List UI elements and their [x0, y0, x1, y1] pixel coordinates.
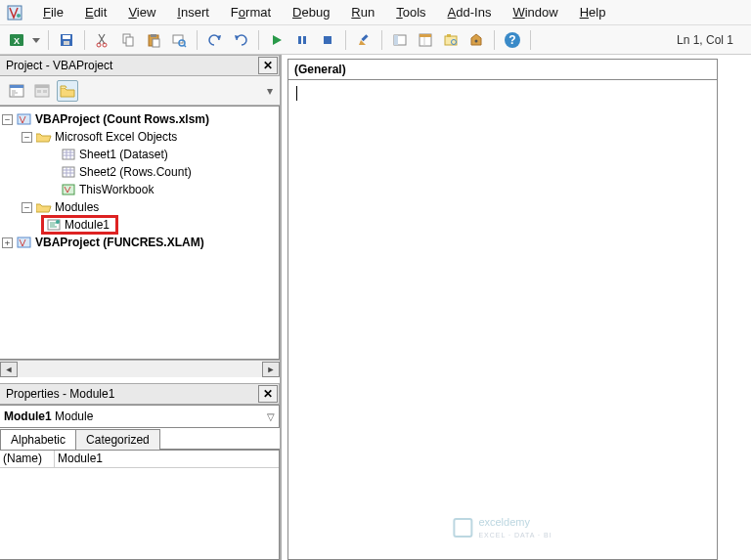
project-pane-title-text: Project - VBAProject [6, 59, 112, 72]
view-object-icon[interactable] [31, 80, 53, 102]
properties-pane-title: Properties - Module1 ✕ [0, 383, 280, 405]
svg-point-27 [475, 39, 478, 42]
svg-rect-13 [153, 39, 159, 47]
svg-rect-6 [64, 41, 69, 45]
view-excel-icon[interactable]: X [6, 29, 27, 51]
code-object-bar: (General) [287, 59, 718, 80]
menu-tools[interactable]: Tools [386, 3, 435, 22]
toolbar-separator [345, 30, 346, 50]
scroll-track[interactable] [18, 362, 262, 377]
svg-rect-19 [361, 34, 368, 41]
view-code-icon[interactable] [6, 80, 27, 102]
code-editor[interactable]: exceldemy EXCEL · DATA · BI [287, 80, 718, 560]
menu-view[interactable]: View [118, 3, 165, 22]
tree-horizontal-scrollbar[interactable]: ◄ ► [0, 360, 280, 377]
design-mode-icon[interactable] [353, 29, 375, 51]
break-icon[interactable] [291, 29, 313, 51]
toolbar-separator [530, 30, 531, 50]
project2-label: VBAProject (FUNCRES.XLAM) [35, 236, 204, 249]
properties-object-selector[interactable]: Module1 Module ▽ [0, 405, 280, 428]
object-dropdown[interactable]: (General) [288, 63, 717, 76]
svg-rect-34 [37, 90, 41, 93]
menu-edit[interactable]: Edit [75, 3, 116, 22]
watermark-logo-icon [453, 518, 472, 538]
properties-grid[interactable]: (Name) Module1 [0, 450, 280, 560]
watermark-text: exceldemy EXCEL · DATA · BI [478, 516, 552, 539]
properties-tabs: Alphabetic Categorized [0, 428, 280, 450]
watermark: exceldemy EXCEL · DATA · BI [453, 516, 552, 539]
expand-icon[interactable]: + [2, 237, 13, 248]
toolbox-icon[interactable] [465, 29, 487, 51]
menu-addins[interactable]: Add-Ins [438, 3, 502, 22]
object-selector-text: Module1 Module [4, 409, 93, 423]
tree-item-sheet1[interactable]: Sheet1 (Dataset) [2, 146, 277, 163]
tree-folder-modules[interactable]: − Modules [2, 198, 277, 216]
help-icon[interactable]: ? [502, 29, 523, 51]
scroll-left-icon[interactable]: ◄ [0, 362, 18, 377]
menu-insert[interactable]: Insert [167, 3, 219, 22]
svg-point-1 [17, 14, 21, 18]
object-dropdown-value: (General) [294, 63, 346, 76]
toolbar-separator [381, 30, 382, 50]
svg-rect-35 [43, 90, 47, 93]
svg-rect-18 [324, 36, 331, 44]
tab-categorized[interactable]: Categorized [75, 429, 160, 450]
tree-item-thisworkbook[interactable]: ThisWorkbook [2, 181, 277, 198]
menu-run[interactable]: Run [341, 3, 384, 22]
vbaproject-icon [17, 236, 32, 249]
tree-folder-excel-objects[interactable]: − Microsoft Excel Objects [2, 128, 277, 146]
tree-root-project2[interactable]: + VBAProject (FUNCRES.XLAM) [2, 234, 277, 251]
collapse-icon[interactable]: − [22, 132, 32, 143]
collapse-icon[interactable]: − [2, 114, 13, 125]
dropdown-icon[interactable] [31, 29, 41, 51]
redo-icon[interactable] [230, 29, 251, 51]
main-area: Project - VBAProject ✕ ▾ − VBAProject (C… [0, 55, 751, 560]
svg-rect-38 [63, 167, 74, 177]
vba-app-icon [6, 4, 23, 22]
menu-bar: File Edit View Insert Format Debug Run T… [0, 0, 751, 25]
tree-root-project1[interactable]: − VBAProject (Count Rows.xlsm) [2, 110, 277, 128]
paste-icon[interactable] [143, 29, 164, 51]
run-icon[interactable] [266, 29, 287, 51]
menu-window[interactable]: Window [503, 3, 567, 22]
close-project-pane-button[interactable]: ✕ [258, 57, 278, 74]
project-tree[interactable]: − VBAProject (Count Rows.xlsm) − Microso… [0, 106, 280, 360]
menu-debug[interactable]: Debug [283, 3, 339, 22]
folder-label: Microsoft Excel Objects [55, 130, 177, 144]
cut-icon[interactable] [92, 29, 113, 51]
property-value[interactable]: Module1 [55, 451, 279, 467]
scroll-right-icon[interactable]: ► [262, 362, 280, 377]
save-icon[interactable] [56, 29, 77, 51]
tab-alphabetic[interactable]: Alphabetic [0, 429, 76, 450]
menu-file[interactable]: File [33, 3, 73, 22]
svg-rect-10 [126, 37, 133, 46]
tree-item-module1[interactable]: Module1 [2, 216, 277, 234]
close-properties-pane-button[interactable]: ✕ [258, 385, 278, 403]
collapse-icon[interactable]: − [22, 202, 32, 213]
svg-rect-37 [63, 150, 74, 159]
object-browser-icon[interactable] [440, 29, 462, 51]
worksheet-icon [61, 165, 76, 179]
toolbar-separator [84, 30, 85, 50]
project-toolbar: ▾ [0, 76, 280, 106]
tree-item-sheet2[interactable]: Sheet2 (Rows.Count) [2, 163, 277, 181]
menu-format[interactable]: Format [221, 3, 281, 22]
menu-help[interactable]: Help [570, 3, 616, 22]
copy-icon[interactable] [117, 29, 139, 51]
project-explorer-icon[interactable] [389, 29, 411, 51]
svg-rect-33 [35, 85, 49, 88]
reset-icon[interactable] [317, 29, 338, 51]
properties-window-icon[interactable] [415, 29, 436, 51]
find-icon[interactable] [168, 29, 190, 51]
property-row-name[interactable]: (Name) Module1 [0, 451, 279, 468]
code-pane: (General) exceldemy EXCEL · DATA · BI [282, 55, 751, 560]
toolbar-overflow-icon[interactable]: ▾ [264, 85, 276, 97]
svg-rect-31 [10, 85, 23, 88]
highlight-module1: Module1 [41, 215, 118, 235]
undo-icon[interactable] [204, 29, 226, 51]
workbook-icon [61, 183, 76, 196]
folder-open-icon [36, 200, 52, 214]
toggle-folders-icon[interactable] [57, 80, 78, 102]
toolbar-separator [48, 30, 49, 50]
toolbar-separator [197, 30, 198, 50]
